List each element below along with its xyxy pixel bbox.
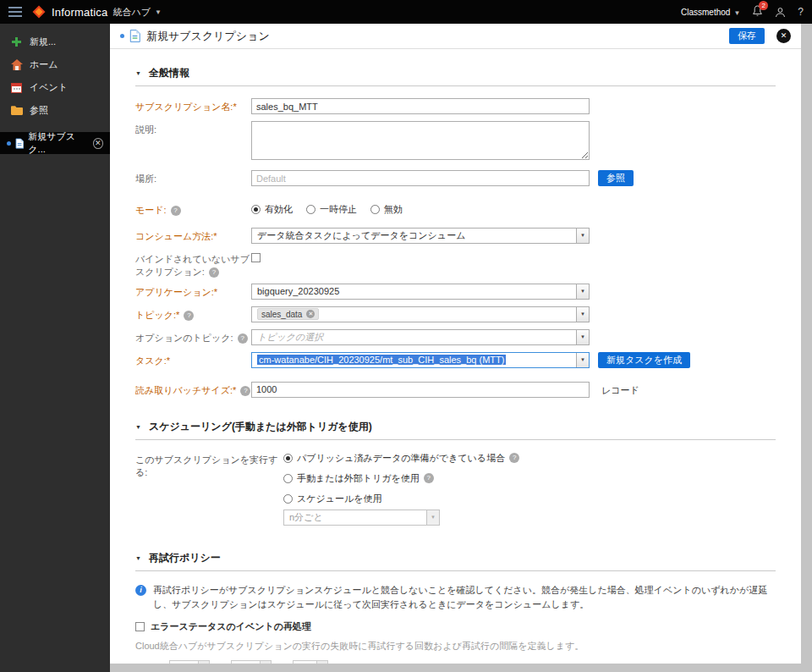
sidebar-tab-new-subscription[interactable]: 新規サブスク... ✕ [0, 132, 110, 154]
application-label: アプリケーション:* [135, 284, 251, 299]
collapse-triangle-icon[interactable]: ▼ [135, 424, 141, 430]
sidebar-item-label: イベント [30, 81, 68, 94]
radio-icon[interactable] [306, 205, 315, 214]
plus-icon [10, 36, 23, 47]
sidebar-item-new[interactable]: 新規... [0, 30, 110, 53]
optional-topic-select[interactable]: トピックの選択▼ [251, 329, 590, 345]
close-button[interactable]: ✕ [776, 29, 791, 43]
sidebar-item-home[interactable]: ホーム [0, 53, 110, 76]
unbound-checkbox[interactable] [251, 253, 261, 262]
retry-count-select: 0▼ [169, 660, 210, 664]
schedule-select: n分ごと▼ [283, 510, 440, 526]
section-scheduling[interactable]: ▼ スケジューリング(手動または外部トリガを使用) [135, 420, 776, 434]
section-retry-policy[interactable]: ▼ 再試行ポリシー [135, 551, 776, 565]
section-title: 全般情報 [149, 66, 189, 80]
dropdown-arrow-icon: ▼ [316, 661, 327, 664]
application-select[interactable]: bigquery_20230925▼ [251, 284, 590, 300]
section-general[interactable]: ▼ 全般情報 [135, 66, 776, 80]
sidebar-item-browse[interactable]: 参照 [0, 99, 110, 122]
subscription-name-input[interactable] [251, 98, 590, 114]
consume-method-select[interactable]: データ統合タスクによってデータをコンシューム▼ [251, 228, 590, 244]
unsaved-dot [7, 141, 11, 146]
dropdown-arrow-icon[interactable]: ▼ [576, 284, 589, 299]
topic-label: トピック:*? [135, 306, 251, 322]
folder-icon [10, 106, 23, 115]
info-icon: i [135, 585, 146, 596]
task-label: タスク:* [135, 352, 251, 367]
create-task-button[interactable]: 新規タスクを作成 [598, 352, 690, 368]
save-button[interactable]: 保存 [729, 28, 765, 44]
unbound-label: バインドされていないサブスクリプション:? [135, 251, 251, 278]
collapse-triangle-icon[interactable]: ▼ [135, 70, 141, 76]
dropdown-arrow-icon: ▼ [260, 661, 271, 664]
topic-tag: sales_data✕ [257, 308, 319, 320]
radio-on-published-data[interactable]: パブリッシュ済みデータの準備ができている場合? [283, 452, 519, 465]
divider [135, 439, 776, 440]
page-title: 新規サブスクリプション [146, 29, 270, 44]
collapse-triangle-icon[interactable]: ▼ [135, 555, 141, 561]
account-menu[interactable]: Classmethod▼ [681, 8, 740, 17]
app-window: Informatica 統合ハブ ▼ Classmethod▼ 2 ? [0, 0, 812, 672]
sidebar-item-label: 新規... [30, 36, 56, 48]
section-title: 再試行ポリシー [149, 551, 221, 565]
consume-label: コンシューム方法:* [135, 228, 251, 243]
help-icon[interactable]: ? [424, 473, 434, 483]
retry-interval-select: 10▼ [231, 660, 272, 664]
location-input[interactable] [251, 170, 590, 186]
dropdown-arrow-icon[interactable]: ▼ [576, 330, 589, 344]
dropdown-arrow-icon[interactable]: ▼ [576, 307, 589, 322]
help-icon[interactable]: ? [184, 311, 194, 321]
radio-paused[interactable]: 一時停止 [306, 203, 357, 216]
run-when-options: パブリッシュ済みデータの準備ができている場合? 手動または外部トリガを使用? ス… [283, 452, 519, 526]
radio-icon[interactable] [251, 205, 261, 214]
reprocess-row: エラーステータスのイベントの再処理 [135, 620, 776, 633]
notifications-bell-icon[interactable]: 2 [752, 5, 763, 19]
radio-icon[interactable] [283, 454, 293, 463]
unit-label: 分 [277, 662, 287, 664]
radio-use-schedule[interactable]: スケジュールを使用 [283, 493, 519, 505]
location-label: 場所: [135, 170, 251, 185]
batch-size-label: 読み取りバッチサイズ:*? [135, 382, 251, 397]
retry-info: i 再試行ポリシーがサブスクリプションスケジュールと競合しないことを確認してくだ… [135, 583, 776, 613]
remove-tag-icon[interactable]: ✕ [306, 310, 315, 318]
reprocess-checkbox[interactable] [135, 622, 145, 631]
reprocess-label: エラーステータスのイベントの再処理 [151, 620, 311, 633]
product-name: 統合ハブ [113, 6, 151, 19]
page-header: 新規サブスクリプション 保存 ✕ [110, 24, 801, 49]
help-icon[interactable]: ? [240, 386, 250, 396]
radio-icon[interactable] [370, 205, 380, 214]
help-icon[interactable]: ? [209, 267, 219, 278]
menu-icon[interactable] [8, 7, 22, 17]
browse-button[interactable]: 参照 [598, 170, 634, 186]
radio-icon[interactable] [283, 494, 293, 504]
description-textarea[interactable] [251, 121, 590, 160]
help-icon[interactable]: ? [238, 333, 248, 344]
radio-enabled[interactable]: 有効化 [251, 203, 293, 216]
help-icon[interactable]: ? [509, 453, 519, 463]
sidebar-item-label: 参照 [30, 104, 48, 117]
help-icon[interactable]: ? [171, 206, 181, 216]
help-icon[interactable]: ? [798, 6, 804, 18]
chevron-down-icon: ▼ [733, 9, 740, 17]
dropdown-arrow-icon[interactable]: ▼ [576, 353, 589, 367]
topbar: Informatica 統合ハブ ▼ Classmethod▼ 2 ? [0, 0, 812, 24]
task-select[interactable]: cm-watanabe/CIH_20230925/mt_sub_CIH_sale… [251, 352, 590, 368]
dropdown-arrow-icon: ▼ [426, 510, 439, 525]
close-tab-icon[interactable]: ✕ [93, 138, 103, 149]
chevron-down-icon[interactable]: ▼ [155, 8, 162, 16]
user-icon[interactable] [775, 7, 786, 18]
batch-size-input[interactable] [251, 382, 590, 398]
retry-unit-select: ▼ [293, 660, 328, 664]
radio-manual-trigger[interactable]: 手動または外部トリガを使用? [283, 472, 519, 485]
notification-badge: 2 [759, 1, 768, 10]
calendar-icon [10, 82, 23, 93]
tab-label: 新規サブスク... [28, 130, 88, 156]
sidebar-item-events[interactable]: イベント [0, 76, 110, 99]
unsaved-dot [120, 34, 124, 38]
radio-icon[interactable] [283, 474, 293, 483]
radio-disabled[interactable]: 無効 [370, 203, 403, 216]
document-icon [15, 138, 24, 149]
home-icon [10, 59, 23, 70]
dropdown-arrow-icon[interactable]: ▼ [576, 229, 589, 243]
topic-select[interactable]: sales_data✕ ▼ [251, 306, 590, 322]
